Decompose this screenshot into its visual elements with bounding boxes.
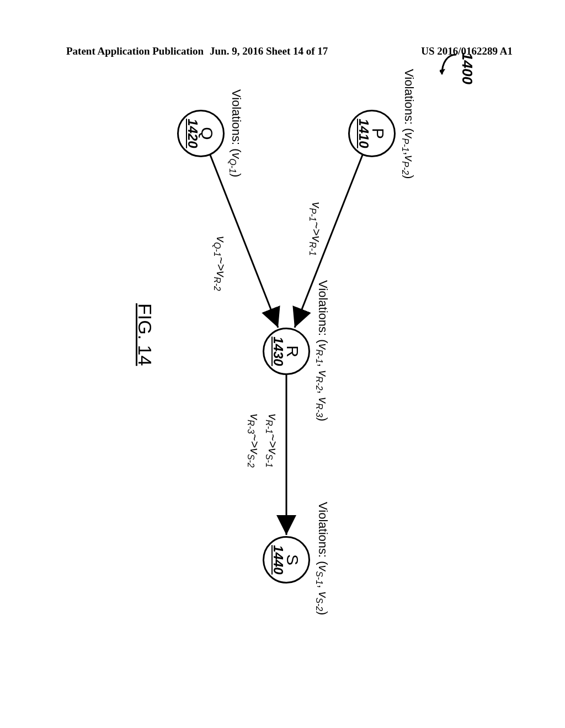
- node-s: S 1440: [263, 536, 310, 584]
- node-s-violations-label: Violations:: [316, 502, 330, 558]
- figure-caption: FIG. 14: [134, 303, 156, 366]
- node-q-violations-label: Violations:: [230, 89, 243, 145]
- node-r-violations-values: (vR-1, vR-2, vR-3): [316, 339, 330, 421]
- node-s-violations-values: (vS-1, vS-2): [316, 561, 330, 615]
- edge-label-p-r: vP-1~>vR-1: [306, 202, 324, 256]
- edge-label-r-s: vR-1~>vS-1vR-3~>vS-2: [244, 414, 281, 468]
- node-p-violations-values: (vP-1,vP-2): [402, 128, 416, 179]
- node-q-violations-values: (vQ-1): [230, 148, 243, 177]
- node-s-violations: Violations: (vS-1, vS-2): [314, 502, 330, 615]
- node-p-violations-label: Violations:: [402, 69, 416, 125]
- edge-label-q-r: vQ-1~>vR-2: [211, 236, 229, 291]
- figure-stage: 1400: [89, 50, 476, 634]
- figure-reference-number: 1400: [440, 52, 476, 84]
- node-r-violations: Violations: (vR-1, vR-2, vR-3): [314, 280, 330, 421]
- page: Patent Application Publication Jun. 9, 2…: [0, 0, 565, 728]
- node-q-ref: 1420: [186, 119, 200, 148]
- node-r: R 1430: [263, 328, 310, 375]
- node-s-letter: S: [284, 554, 302, 565]
- node-p-violations: Violations: (vP-1,vP-2): [400, 69, 416, 179]
- node-r-ref: 1430: [271, 336, 285, 366]
- node-q: Q 1420: [177, 110, 225, 157]
- node-p-ref: 1410: [357, 119, 371, 148]
- node-s-ref: 1440: [271, 545, 285, 574]
- figure-reference-text: 1400: [459, 52, 476, 84]
- node-q-letter: Q: [199, 127, 216, 140]
- curved-arrow-icon: [440, 52, 459, 81]
- node-p: P 1410: [348, 110, 396, 157]
- node-r-violations-label: Violations:: [316, 280, 330, 336]
- node-r-letter: R: [284, 345, 302, 357]
- node-p-letter: P: [370, 128, 387, 139]
- node-q-violations: Violations: (vQ-1): [227, 89, 243, 177]
